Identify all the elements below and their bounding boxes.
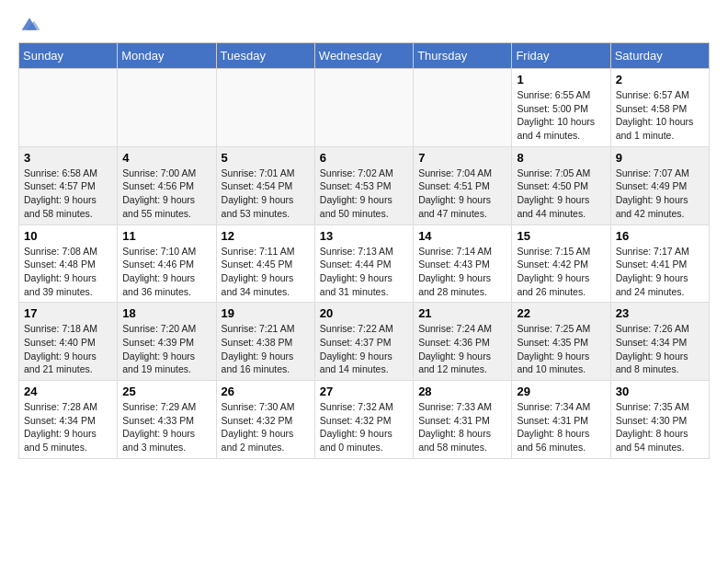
- day-number: 4: [122, 151, 210, 165]
- day-number: 10: [24, 229, 112, 243]
- day-number: 20: [320, 306, 408, 320]
- day-number: 7: [418, 151, 506, 165]
- calendar-cell: 26Sunrise: 7:30 AM Sunset: 4:32 PM Dayli…: [216, 381, 314, 459]
- day-number: 13: [320, 229, 408, 243]
- calendar-cell: 23Sunrise: 7:26 AM Sunset: 4:34 PM Dayli…: [610, 303, 709, 381]
- day-number: 28: [418, 385, 506, 398]
- day-number: 27: [320, 385, 408, 398]
- calendar-cell: 17Sunrise: 7:18 AM Sunset: 4:40 PM Dayli…: [19, 303, 118, 381]
- calendar-cell: 10Sunrise: 7:08 AM Sunset: 4:48 PM Dayli…: [19, 224, 118, 303]
- day-number: 29: [517, 385, 605, 398]
- week-row-1: 3Sunrise: 6:58 AM Sunset: 4:57 PM Daylig…: [19, 146, 710, 224]
- calendar-cell: 29Sunrise: 7:34 AM Sunset: 4:31 PM Dayli…: [512, 381, 610, 459]
- day-info: Sunrise: 7:34 AM Sunset: 4:31 PM Dayligh…: [517, 400, 605, 454]
- calendar-cell: 24Sunrise: 7:28 AM Sunset: 4:34 PM Dayli…: [19, 381, 118, 459]
- calendar-cell: 3Sunrise: 6:58 AM Sunset: 4:57 PM Daylig…: [19, 146, 118, 224]
- day-info: Sunrise: 7:00 AM Sunset: 4:56 PM Dayligh…: [122, 167, 210, 221]
- calendar-cell: 25Sunrise: 7:29 AM Sunset: 4:33 PM Dayli…: [118, 381, 216, 459]
- calendar-cell: [216, 69, 314, 147]
- day-number: 19: [222, 306, 310, 320]
- calendar-cell: 6Sunrise: 7:02 AM Sunset: 4:53 PM Daylig…: [314, 146, 413, 224]
- day-number: 8: [517, 151, 605, 165]
- calendar-cell: 15Sunrise: 7:15 AM Sunset: 4:42 PM Dayli…: [512, 224, 610, 303]
- day-number: 17: [24, 306, 112, 320]
- day-number: 2: [616, 73, 704, 86]
- calendar-cell: 8Sunrise: 7:05 AM Sunset: 4:50 PM Daylig…: [512, 146, 610, 224]
- calendar-cell: 14Sunrise: 7:14 AM Sunset: 4:43 PM Dayli…: [414, 224, 512, 303]
- calendar-cell: 18Sunrise: 7:20 AM Sunset: 4:39 PM Dayli…: [118, 303, 216, 381]
- day-info: Sunrise: 7:14 AM Sunset: 4:43 PM Dayligh…: [418, 245, 506, 299]
- calendar-cell: 22Sunrise: 7:25 AM Sunset: 4:35 PM Dayli…: [512, 303, 610, 381]
- day-number: 1: [517, 73, 605, 86]
- weekday-header-row: SundayMondayTuesdayWednesdayThursdayFrid…: [19, 43, 710, 69]
- day-number: 22: [517, 306, 605, 320]
- day-info: Sunrise: 7:08 AM Sunset: 4:48 PM Dayligh…: [24, 245, 112, 299]
- day-info: Sunrise: 7:35 AM Sunset: 4:30 PM Dayligh…: [616, 400, 704, 454]
- week-row-4: 24Sunrise: 7:28 AM Sunset: 4:34 PM Dayli…: [19, 381, 710, 459]
- calendar-table: SundayMondayTuesdayWednesdayThursdayFrid…: [18, 42, 710, 459]
- day-info: Sunrise: 6:58 AM Sunset: 4:57 PM Dayligh…: [24, 167, 112, 221]
- day-info: Sunrise: 7:17 AM Sunset: 4:41 PM Dayligh…: [616, 245, 704, 299]
- day-number: 6: [320, 151, 408, 165]
- calendar-container: SundayMondayTuesdayWednesdayThursdayFrid…: [0, 0, 728, 474]
- weekday-header-sunday: Sunday: [19, 43, 118, 69]
- day-info: Sunrise: 7:25 AM Sunset: 4:35 PM Dayligh…: [517, 322, 605, 376]
- day-number: 26: [222, 385, 310, 398]
- day-number: 30: [616, 385, 704, 398]
- calendar-cell: 27Sunrise: 7:32 AM Sunset: 4:32 PM Dayli…: [314, 381, 413, 459]
- day-info: Sunrise: 7:29 AM Sunset: 4:33 PM Dayligh…: [122, 400, 210, 454]
- day-info: Sunrise: 7:11 AM Sunset: 4:45 PM Dayligh…: [222, 245, 310, 299]
- week-row-2: 10Sunrise: 7:08 AM Sunset: 4:48 PM Dayli…: [19, 224, 710, 303]
- day-number: 11: [122, 229, 210, 243]
- calendar-cell: 30Sunrise: 7:35 AM Sunset: 4:30 PM Dayli…: [610, 381, 709, 459]
- day-number: 23: [616, 306, 704, 320]
- day-info: Sunrise: 7:13 AM Sunset: 4:44 PM Dayligh…: [320, 245, 408, 299]
- day-info: Sunrise: 7:04 AM Sunset: 4:51 PM Dayligh…: [418, 167, 506, 221]
- calendar-cell: 2Sunrise: 6:57 AM Sunset: 4:58 PM Daylig…: [610, 69, 709, 147]
- day-number: 14: [418, 229, 506, 243]
- calendar-cell: [314, 69, 413, 147]
- logo-icon: [18, 15, 40, 33]
- calendar-cell: 28Sunrise: 7:33 AM Sunset: 4:31 PM Dayli…: [414, 381, 512, 459]
- day-info: Sunrise: 7:15 AM Sunset: 4:42 PM Dayligh…: [517, 245, 605, 299]
- day-info: Sunrise: 6:55 AM Sunset: 5:00 PM Dayligh…: [517, 88, 605, 143]
- calendar-cell: 20Sunrise: 7:22 AM Sunset: 4:37 PM Dayli…: [314, 303, 413, 381]
- day-number: 12: [222, 229, 310, 243]
- calendar-cell: 9Sunrise: 7:07 AM Sunset: 4:49 PM Daylig…: [610, 146, 709, 224]
- day-info: Sunrise: 7:30 AM Sunset: 4:32 PM Dayligh…: [222, 400, 310, 454]
- week-row-0: 1Sunrise: 6:55 AM Sunset: 5:00 PM Daylig…: [19, 69, 710, 147]
- day-info: Sunrise: 7:21 AM Sunset: 4:38 PM Dayligh…: [222, 322, 310, 376]
- calendar-cell: 16Sunrise: 7:17 AM Sunset: 4:41 PM Dayli…: [610, 224, 709, 303]
- calendar-cell: [19, 69, 118, 147]
- weekday-header-thursday: Thursday: [414, 43, 512, 69]
- logo: [18, 15, 44, 33]
- week-row-3: 17Sunrise: 7:18 AM Sunset: 4:40 PM Dayli…: [19, 303, 710, 381]
- calendar-cell: 1Sunrise: 6:55 AM Sunset: 5:00 PM Daylig…: [512, 69, 610, 147]
- day-info: Sunrise: 7:07 AM Sunset: 4:49 PM Dayligh…: [616, 167, 704, 221]
- day-number: 16: [616, 229, 704, 243]
- calendar-cell: 21Sunrise: 7:24 AM Sunset: 4:36 PM Dayli…: [414, 303, 512, 381]
- calendar-cell: 7Sunrise: 7:04 AM Sunset: 4:51 PM Daylig…: [414, 146, 512, 224]
- weekday-header-saturday: Saturday: [610, 43, 709, 69]
- weekday-header-friday: Friday: [512, 43, 610, 69]
- calendar-cell: 12Sunrise: 7:11 AM Sunset: 4:45 PM Dayli…: [216, 224, 314, 303]
- day-number: 3: [24, 151, 112, 165]
- calendar-cell: 4Sunrise: 7:00 AM Sunset: 4:56 PM Daylig…: [118, 146, 216, 224]
- day-info: Sunrise: 7:33 AM Sunset: 4:31 PM Dayligh…: [418, 400, 506, 454]
- day-info: Sunrise: 7:28 AM Sunset: 4:34 PM Dayligh…: [24, 400, 112, 454]
- day-info: Sunrise: 7:24 AM Sunset: 4:36 PM Dayligh…: [418, 322, 506, 376]
- day-number: 15: [517, 229, 605, 243]
- day-info: Sunrise: 7:20 AM Sunset: 4:39 PM Dayligh…: [122, 322, 210, 376]
- day-number: 18: [122, 306, 210, 320]
- day-info: Sunrise: 7:32 AM Sunset: 4:32 PM Dayligh…: [320, 400, 408, 454]
- day-number: 21: [418, 306, 506, 320]
- day-info: Sunrise: 7:05 AM Sunset: 4:50 PM Dayligh…: [517, 167, 605, 221]
- day-info: Sunrise: 7:26 AM Sunset: 4:34 PM Dayligh…: [616, 322, 704, 376]
- header-row: [18, 15, 710, 33]
- calendar-cell: 11Sunrise: 7:10 AM Sunset: 4:46 PM Dayli…: [118, 224, 216, 303]
- day-info: Sunrise: 7:22 AM Sunset: 4:37 PM Dayligh…: [320, 322, 408, 376]
- day-number: 5: [222, 151, 310, 165]
- day-info: Sunrise: 6:57 AM Sunset: 4:58 PM Dayligh…: [616, 88, 704, 143]
- calendar-cell: 13Sunrise: 7:13 AM Sunset: 4:44 PM Dayli…: [314, 224, 413, 303]
- day-info: Sunrise: 7:02 AM Sunset: 4:53 PM Dayligh…: [320, 167, 408, 221]
